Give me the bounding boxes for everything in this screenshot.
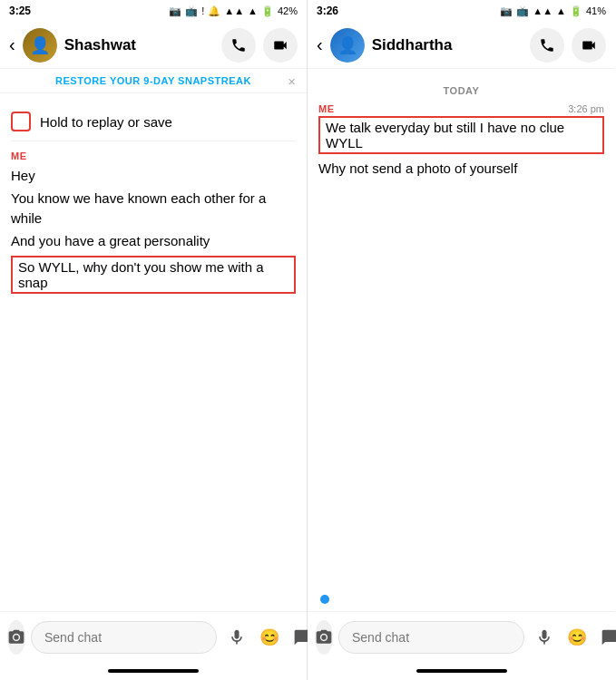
hold-replay-row[interactable]: Hold to replay or save <box>11 102 296 141</box>
message-area-1: Hold to replay or save ME Hey You know w… <box>0 93 307 611</box>
camera-button-1[interactable] <box>7 620 25 655</box>
avatar-image-shashwat: 👤 <box>23 28 57 63</box>
today-label: TODAY <box>318 85 604 96</box>
message-line-3: And you have a great personality <box>11 230 296 253</box>
send-input-2[interactable] <box>338 621 524 654</box>
snapstreak-text: RESTORE YOUR 9-DAY SNAPSTREAK <box>55 75 251 86</box>
call-button-1[interactable] <box>221 28 256 63</box>
replay-checkbox[interactable] <box>11 112 31 131</box>
home-indicator-1 <box>0 662 307 680</box>
message-line-2-1: Why not send a photo of yourself <box>318 158 604 180</box>
message-line-1: Hey <box>11 165 296 188</box>
bottom-bar-2: 😊 <box>308 611 615 662</box>
video-button-1[interactable] <box>263 28 298 63</box>
back-button-2[interactable]: ‹ <box>317 34 323 55</box>
send-input-1[interactable] <box>31 621 217 654</box>
highlighted-message-2: We talk everyday but still I have no clu… <box>318 116 604 154</box>
tv-status-icon: 📺 <box>185 5 198 17</box>
panel-siddhartha: 3:26 📷 📺 ▲▲ ▲ 🔋 41% ‹ 👤 Siddhartha <box>308 0 615 680</box>
camera-button-2[interactable] <box>315 620 333 655</box>
sticker-button-2[interactable] <box>595 623 616 652</box>
home-bar-2 <box>416 669 507 673</box>
wifi-icon-2: ▲ <box>556 5 566 16</box>
contact-name-1[interactable]: Shashwat <box>64 36 214 54</box>
highlighted-message-row-2: We talk everyday but still I have no clu… <box>318 116 604 154</box>
message-line-2: You know we have known each other for a … <box>11 188 296 230</box>
camera-status-icon: 📷 <box>169 5 181 17</box>
highlighted-message-1: So WYLL, why don't you show me with a sn… <box>11 256 296 294</box>
message-area-2: TODAY ME 3:26 pm We talk everyday but st… <box>308 69 615 591</box>
status-bar-2: 3:26 📷 📺 ▲▲ ▲ 🔋 41% <box>308 0 615 22</box>
status-icons-2: 📷 📺 ▲▲ ▲ 🔋 41% <box>500 5 606 17</box>
home-bar-1 <box>108 669 199 673</box>
timestamp-2: 3:26 pm <box>568 103 604 114</box>
alert-icon: ! <box>201 5 204 16</box>
time-1: 3:25 <box>9 5 31 17</box>
battery-percent-1: 42% <box>278 5 298 16</box>
avatar-shashwat: 👤 <box>23 28 57 63</box>
mic-button-1[interactable] <box>222 623 251 652</box>
emoji-button-1[interactable]: 😊 <box>255 623 284 652</box>
bottom-bar-1: 😊 <box>0 611 307 662</box>
status-icons-1: 📷 📺 ! 🔔 ▲▲ ▲ 🔋 42% <box>169 5 298 17</box>
mic-button-2[interactable] <box>530 623 559 652</box>
status-bar-1: 3:25 📷 📺 ! 🔔 ▲▲ ▲ 🔋 42% <box>0 0 307 22</box>
avatar-image-siddhartha: 👤 <box>330 28 365 63</box>
signal-icon: ▲▲ <box>224 5 244 16</box>
me-timestamp-row: ME 3:26 pm <box>318 103 604 114</box>
signal-icon-2: ▲▲ <box>533 5 552 16</box>
contact-name-2[interactable]: Siddhartha <box>372 36 523 54</box>
wifi-icon: ▲ <box>248 5 258 16</box>
blue-dot-indicator <box>320 595 329 604</box>
header-icons-1 <box>221 28 298 63</box>
battery-icon-2: 🔋 <box>570 5 582 17</box>
call-button-2[interactable] <box>530 28 564 63</box>
me-label-1: ME <box>11 151 296 161</box>
blue-dot-container <box>308 591 615 611</box>
back-button-1[interactable]: ‹ <box>9 34 15 55</box>
header-icons-2 <box>530 28 606 63</box>
video-button-2[interactable] <box>572 28 606 63</box>
message-line-4-highlighted: So WYLL, why don't you show me with a sn… <box>11 256 296 294</box>
chat-header-2: ‹ 👤 Siddhartha <box>308 22 615 69</box>
camera-status-icon-2: 📷 <box>500 5 513 17</box>
battery-percent-2: 41% <box>586 5 606 16</box>
avatar-siddhartha: 👤 <box>330 28 365 63</box>
tv-status-icon-2: 📺 <box>516 5 529 17</box>
bottom-icons-2: 😊 <box>530 623 616 652</box>
snapstreak-close[interactable]: × <box>288 73 296 89</box>
time-2: 3:26 <box>317 5 338 17</box>
snapstreak-banner[interactable]: RESTORE YOUR 9-DAY SNAPSTREAK × <box>0 69 307 93</box>
panel-shashwat: 3:25 📷 📺 ! 🔔 ▲▲ ▲ 🔋 42% ‹ 👤 Shashwat <box>0 0 308 680</box>
home-indicator-2 <box>308 662 615 680</box>
battery-icon: 🔋 <box>261 5 274 17</box>
hold-replay-text: Hold to replay or save <box>40 114 172 130</box>
me-label-2: ME <box>318 103 335 114</box>
notification-icon: 🔔 <box>208 5 220 17</box>
emoji-button-2[interactable]: 😊 <box>562 623 592 652</box>
chat-header-1: ‹ 👤 Shashwat <box>0 22 307 69</box>
